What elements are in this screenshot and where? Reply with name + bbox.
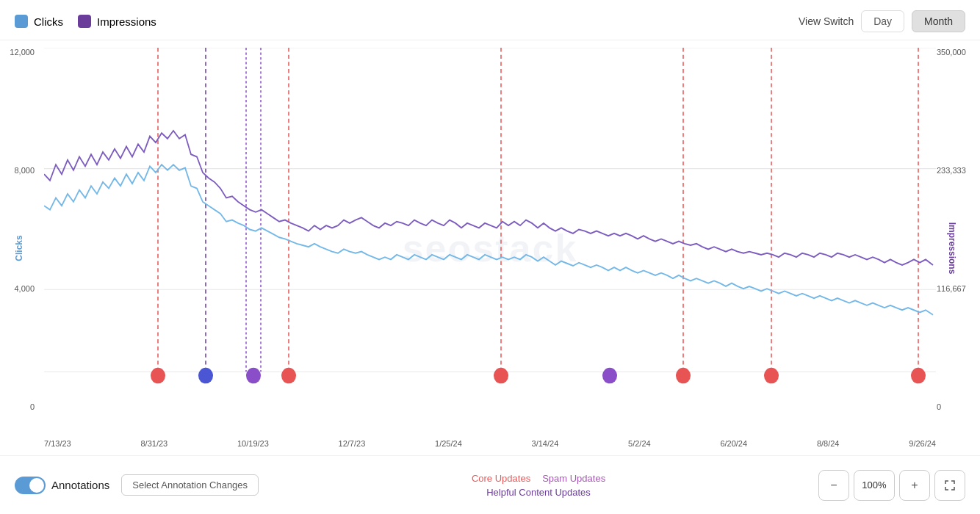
svg-point-16 bbox=[676, 368, 691, 384]
core-updates-label: Core Updates bbox=[472, 473, 530, 484]
x-label-3: 12/7/23 bbox=[339, 439, 366, 448]
month-button[interactable]: Month bbox=[912, 10, 965, 32]
impressions-swatch bbox=[78, 15, 91, 28]
x-label-6: 5/2/24 bbox=[628, 439, 651, 448]
y-right-label-1: 233,333 bbox=[937, 166, 966, 175]
svg-point-13 bbox=[151, 368, 165, 384]
top-bar: Clicks Impressions View Switch Day Month bbox=[0, 0, 980, 40]
annotations-toggle[interactable] bbox=[15, 477, 46, 494]
view-switch-group: View Switch Day Month bbox=[799, 10, 965, 32]
y-right-label-0: 350,000 bbox=[937, 48, 966, 57]
legend-clicks: Clicks bbox=[15, 15, 63, 28]
svg-point-17 bbox=[764, 368, 779, 384]
toggle-knob bbox=[29, 478, 44, 493]
clicks-label: Clicks bbox=[34, 15, 63, 28]
y-right-label-2: 116,667 bbox=[937, 284, 966, 293]
x-label-0: 7/13/23 bbox=[44, 439, 71, 448]
x-label-8: 8/8/24 bbox=[817, 439, 840, 448]
view-switch-label: View Switch bbox=[799, 15, 854, 27]
x-label-9: 9/26/24 bbox=[909, 439, 936, 448]
bottom-bar: Annotations Select Annotation Changes Co… bbox=[0, 455, 980, 514]
y-left-label-0: 12,000 bbox=[10, 48, 35, 57]
legend-impressions: Impressions bbox=[78, 15, 156, 28]
x-label-2: 10/19/23 bbox=[237, 439, 269, 448]
x-label-5: 3/14/24 bbox=[532, 439, 559, 448]
impressions-label: Impressions bbox=[97, 15, 156, 28]
svg-point-15 bbox=[494, 368, 508, 384]
helpful-updates-label: Helpful Content Updates bbox=[486, 487, 591, 498]
annotations-toggle-wrap: Annotations bbox=[15, 477, 109, 494]
y-axis-left: 12,000 8,000 4,000 0 bbox=[0, 48, 40, 411]
main-container: Clicks Impressions View Switch Day Month… bbox=[0, 0, 980, 514]
clicks-swatch bbox=[15, 15, 28, 28]
y-axis-title-right: Impressions bbox=[948, 222, 958, 274]
svg-point-14 bbox=[281, 368, 296, 384]
svg-point-20 bbox=[246, 368, 261, 384]
update-legend-row2: Helpful Content Updates bbox=[486, 487, 591, 498]
select-annotation-btn[interactable]: Select Annotation Changes bbox=[121, 474, 259, 496]
chart-legend: Clicks Impressions bbox=[15, 15, 156, 28]
day-button[interactable]: Day bbox=[861, 10, 904, 32]
svg-point-18 bbox=[911, 368, 926, 384]
x-axis: 7/13/23 8/31/23 10/19/23 12/7/23 1/25/24… bbox=[44, 439, 936, 448]
x-label-1: 8/31/23 bbox=[140, 439, 167, 448]
x-label-7: 6/20/24 bbox=[720, 439, 747, 448]
zoom-in-button[interactable]: + bbox=[899, 470, 930, 501]
y-right-label-3: 0 bbox=[937, 402, 941, 411]
spam-updates-label: Spam Updates bbox=[542, 473, 605, 484]
zoom-fit-button[interactable] bbox=[934, 470, 965, 501]
annotations-section: Annotations Select Annotation Changes bbox=[15, 474, 259, 496]
y-axis-title-left: Clicks bbox=[14, 235, 24, 261]
svg-point-19 bbox=[198, 368, 213, 384]
zoom-controls: − 100% + bbox=[818, 470, 965, 501]
chart-area: 12,000 8,000 4,000 0 350,000 233,333 116… bbox=[0, 40, 980, 455]
update-legend-row1: Core Updates Spam Updates bbox=[472, 473, 605, 484]
annotations-label: Annotations bbox=[51, 479, 109, 491]
x-label-4: 1/25/24 bbox=[435, 439, 462, 448]
y-left-label-3: 0 bbox=[30, 402, 35, 411]
chart-svg bbox=[44, 48, 936, 411]
update-legend: Core Updates Spam Updates Helpful Conten… bbox=[472, 473, 605, 498]
y-left-label-2: 4,000 bbox=[14, 284, 35, 293]
zoom-out-button[interactable]: − bbox=[818, 470, 849, 501]
svg-point-21 bbox=[602, 368, 617, 384]
y-left-label-1: 8,000 bbox=[14, 166, 35, 175]
zoom-percent: 100% bbox=[854, 470, 895, 501]
